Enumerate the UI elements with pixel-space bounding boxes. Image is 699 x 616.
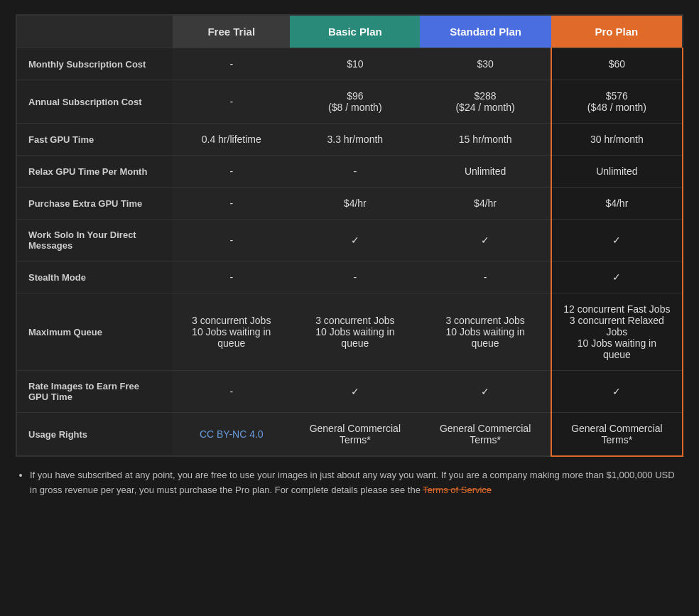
standard-value: ✓ [420, 220, 551, 261]
pro-value: 30 hr/month [551, 124, 683, 156]
footer-note: If you have subscribed at any point, you… [16, 468, 683, 498]
feature-label: Purchase Extra GPU Time [16, 188, 173, 220]
basic-value: ✓ [290, 220, 420, 261]
table-row: Stealth Mode---✓ [16, 261, 683, 293]
standard-value: General Commercial Terms* [420, 413, 551, 457]
feature-label: Annual Subscription Cost [16, 80, 173, 124]
pricing-table: Free Trial Basic Plan Standard Plan Pro … [16, 14, 683, 457]
basic-value: - [290, 156, 420, 188]
free-value: - [173, 220, 290, 261]
basic-value: 3.3 hr/month [290, 124, 420, 156]
basic-value: $10 [290, 48, 420, 80]
table-row: Maximum Queue3 concurrent Jobs10 Jobs wa… [16, 293, 683, 371]
header-basic-plan: Basic Plan [290, 15, 420, 48]
basic-value: $96($8 / month) [290, 80, 420, 124]
standard-value: ✓ [420, 371, 551, 413]
header-pro-plan: Pro Plan [551, 15, 683, 48]
pro-value: ✓ [551, 220, 683, 261]
table-row: Rate Images to Earn Free GPU Time-✓✓✓ [16, 371, 683, 413]
header-standard-plan: Standard Plan [420, 15, 551, 48]
table-row: Usage RightsCC BY-NC 4.0General Commerci… [16, 413, 683, 457]
free-value: - [173, 261, 290, 293]
free-value: - [173, 156, 290, 188]
basic-value: - [290, 261, 420, 293]
feature-label: Relax GPU Time Per Month [16, 156, 173, 188]
pro-value: $576($48 / month) [551, 80, 683, 124]
standard-value: - [420, 261, 551, 293]
standard-value: Unlimited [420, 156, 551, 188]
feature-label: Monthly Subscription Cost [16, 48, 173, 80]
free-value: 3 concurrent Jobs10 Jobs waiting in queu… [173, 293, 290, 371]
pro-value: $60 [551, 48, 683, 80]
free-value: - [173, 188, 290, 220]
standard-value: $288($24 / month) [420, 80, 551, 124]
free-value: CC BY-NC 4.0 [173, 413, 290, 457]
standard-value: $30 [420, 48, 551, 80]
pricing-table-wrapper: Free Trial Basic Plan Standard Plan Pro … [16, 14, 683, 498]
header-feature [16, 15, 173, 48]
header-free-trial: Free Trial [173, 15, 290, 48]
free-value: - [173, 48, 290, 80]
feature-label: Fast GPU Time [16, 124, 173, 156]
table-row: Fast GPU Time0.4 hr/lifetime3.3 hr/month… [16, 124, 683, 156]
feature-label: Maximum Queue [16, 293, 173, 371]
table-row: Work Solo In Your Direct Messages-✓✓✓ [16, 220, 683, 261]
table-row: Purchase Extra GPU Time-$4/hr$4/hr$4/hr [16, 188, 683, 220]
feature-label: Stealth Mode [16, 261, 173, 293]
table-row: Relax GPU Time Per Month--UnlimitedUnlim… [16, 156, 683, 188]
basic-value: ✓ [290, 371, 420, 413]
pro-value: Unlimited [551, 156, 683, 188]
free-value: - [173, 80, 290, 124]
feature-label: Usage Rights [16, 413, 173, 457]
pro-value: ✓ [551, 371, 683, 413]
basic-value: 3 concurrent Jobs10 Jobs waiting in queu… [290, 293, 420, 371]
table-row: Annual Subscription Cost-$96($8 / month)… [16, 80, 683, 124]
table-row: Monthly Subscription Cost-$10$30$60 [16, 48, 683, 80]
feature-label: Work Solo In Your Direct Messages [16, 220, 173, 261]
standard-value: 3 concurrent Jobs10 Jobs waiting in queu… [420, 293, 551, 371]
pro-value: 12 concurrent Fast Jobs3 concurrent Rela… [551, 293, 683, 371]
standard-value: $4/hr [420, 188, 551, 220]
basic-value: $4/hr [290, 188, 420, 220]
cc-license-link[interactable]: CC BY-NC 4.0 [200, 428, 264, 440]
terms-of-service-link[interactable]: Terms of Service [423, 485, 492, 495]
basic-value: General Commercial Terms* [290, 413, 420, 457]
pro-value: $4/hr [551, 188, 683, 220]
pro-value: ✓ [551, 261, 683, 293]
standard-value: 15 hr/month [420, 124, 551, 156]
pro-value: General Commercial Terms* [551, 413, 683, 457]
footer-text: If you have subscribed at any point, you… [30, 470, 675, 495]
feature-label: Rate Images to Earn Free GPU Time [16, 371, 173, 413]
free-value: 0.4 hr/lifetime [173, 124, 290, 156]
free-value: - [173, 371, 290, 413]
